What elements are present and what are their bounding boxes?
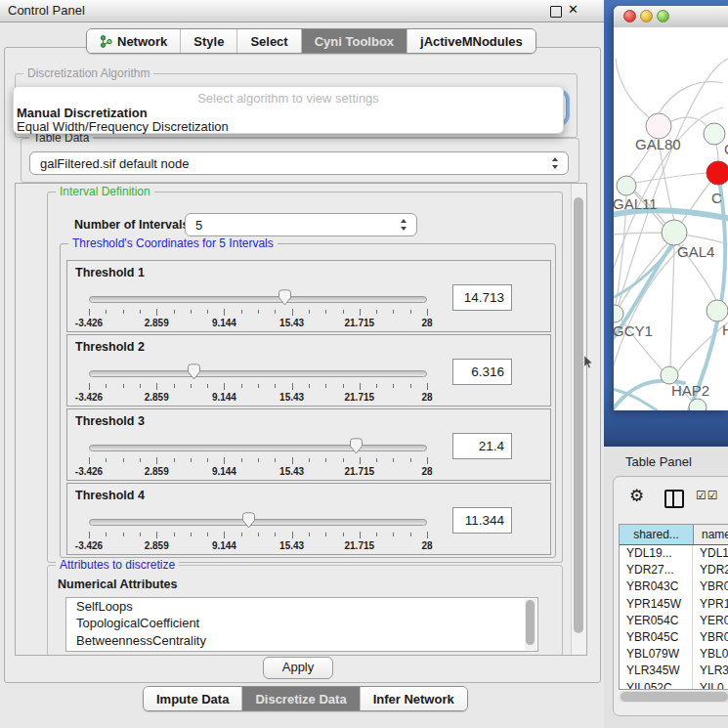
- threshold-2-slider[interactable]: -3.4262.8599.14415.4321.71528: [89, 361, 427, 404]
- table-row[interactable]: YLR345WYLR3: [620, 663, 728, 679]
- table-cell[interactable]: YDL1: [693, 545, 728, 562]
- threshold-2-value-field[interactable]: 6.316: [452, 359, 512, 385]
- table-cell[interactable]: YBR045C: [620, 629, 693, 646]
- table-row[interactable]: YDR27...YDR2: [620, 562, 728, 578]
- table-row[interactable]: YDL19...YDL1: [620, 545, 728, 562]
- attribute-list-item[interactable]: TopologicalCoefficient: [66, 615, 537, 631]
- network-node[interactable]: [707, 161, 728, 185]
- table-cell[interactable]: YBR0: [693, 578, 728, 595]
- apply-button[interactable]: Apply: [263, 657, 333, 679]
- table-cell[interactable]: YPR1: [693, 596, 728, 613]
- slider-track[interactable]: [89, 370, 427, 377]
- numerical-attributes-list[interactable]: SelfLoopsTopologicalCoefficientBetweenne…: [65, 597, 538, 652]
- cyni-toolbox-panel: Discretization Algorithm Table Data galF…: [4, 47, 601, 683]
- thresholds-group: Threshold's Coordinates for 5 Intervals …: [60, 243, 556, 558]
- tab-network[interactable]: Network: [87, 29, 181, 53]
- minimize-traffic-light[interactable]: [640, 10, 653, 22]
- slider-track[interactable]: [89, 445, 427, 451]
- table-cell[interactable]: YLR345W: [620, 663, 693, 679]
- threshold-label: Threshold 4: [75, 489, 145, 502]
- tab-infer-network-label: Infer Network: [373, 692, 454, 707]
- table-data-value: galFiltered.sif default node: [40, 156, 189, 171]
- network-node[interactable]: [662, 220, 687, 245]
- close-traffic-light[interactable]: [623, 10, 636, 22]
- table-row[interactable]: YPR145WYPR1: [620, 596, 728, 613]
- network-window-titlebar[interactable]: [614, 6, 728, 28]
- slider-tick-label: -3.426: [75, 466, 103, 477]
- scrollbar-thumb[interactable]: [574, 197, 583, 633]
- table-cell[interactable]: YBL0: [693, 646, 728, 663]
- table-cell[interactable]: YBR0: [693, 629, 728, 646]
- slider-tick-label: -3.426: [75, 318, 103, 328]
- tab-infer-network[interactable]: Infer Network: [361, 687, 467, 710]
- split-columns-icon[interactable]: [664, 490, 684, 508]
- close-icon[interactable]: ✕: [568, 2, 578, 17]
- table-cell[interactable]: YER054C: [620, 613, 693, 629]
- network-canvas[interactable]: GAL80G.CGAL11GAL4GCY1HHAP2: [614, 27, 728, 410]
- column-header-name[interactable]: name: [694, 525, 728, 544]
- table-row[interactable]: YBR043CYBR0: [620, 578, 728, 595]
- table-cell[interactable]: YBL079W: [620, 646, 693, 663]
- table-hscrollbar-thumb[interactable]: [621, 692, 728, 702]
- table-cell[interactable]: YIL0: [693, 680, 728, 691]
- thresholds-group-title: Threshold's Coordinates for 5 Intervals: [68, 236, 278, 250]
- table-cell[interactable]: YDR27...: [620, 562, 693, 578]
- threshold-4-value-field[interactable]: 11.344: [452, 507, 512, 534]
- network-node[interactable]: [707, 300, 728, 321]
- gear-icon[interactable]: ⚙: [629, 486, 644, 505]
- threshold-3-slider[interactable]: -3.4262.8599.14415.4321.71528: [89, 435, 427, 478]
- tab-style[interactable]: Style: [181, 29, 237, 53]
- number-of-intervals-combobox[interactable]: 5: [185, 213, 417, 236]
- slider-track[interactable]: [89, 296, 427, 303]
- slider-track[interactable]: [89, 519, 427, 526]
- stepper-arrows-icon: [401, 219, 407, 231]
- threshold-label: Threshold 1: [75, 266, 145, 279]
- number-of-intervals-value: 5: [195, 218, 202, 233]
- attribute-list-item[interactable]: BetweennessCentrality: [66, 632, 537, 649]
- table-data-combobox[interactable]: galFiltered.sif default node: [29, 151, 569, 175]
- table-hscrollbar[interactable]: [619, 691, 728, 703]
- table-cell[interactable]: YDL19...: [620, 545, 693, 562]
- network-node[interactable]: [617, 176, 636, 195]
- tab-jactivemnodules[interactable]: jActiveMNodules: [407, 29, 535, 53]
- threshold-1-slider[interactable]: -3.4262.8599.14415.4321.71528: [89, 286, 427, 329]
- tab-impute-data[interactable]: Impute Data: [144, 687, 242, 710]
- slider-thumb[interactable]: [241, 512, 256, 529]
- threshold-3-value-field[interactable]: 21.4: [452, 433, 512, 459]
- attribute-list-item[interactable]: SelfLoops: [66, 598, 537, 615]
- table-row[interactable]: YIL052CYIL0: [620, 680, 728, 691]
- table-cell[interactable]: YPR145W: [620, 596, 693, 613]
- checkbox-icons[interactable]: ☑☑: [696, 489, 719, 502]
- popup-option-equal-width-frequency[interactable]: Equal Width/Frequency Discretization: [17, 119, 229, 134]
- threshold-1-value-field[interactable]: 14.713: [452, 284, 512, 311]
- slider-tick-label: 15.43: [279, 540, 304, 551]
- slider-tick-label: 9.144: [212, 392, 236, 403]
- table-cell[interactable]: YIL052C: [620, 680, 693, 691]
- list-scrollbar[interactable]: [525, 599, 536, 650]
- column-header-shared-name[interactable]: shared...: [620, 525, 694, 544]
- table-row[interactable]: YBL079WYBL0: [620, 646, 728, 663]
- settings-scrollbar[interactable]: [571, 184, 586, 655]
- popup-option-manual-discretization[interactable]: Manual Discretization: [17, 106, 148, 120]
- tab-discretize-data[interactable]: Discretize Data: [242, 687, 360, 710]
- tab-select[interactable]: Select: [237, 29, 301, 53]
- zoom-traffic-light[interactable]: [657, 10, 669, 22]
- threshold-4-slider[interactable]: -3.4262.8599.14415.4321.71528: [89, 509, 427, 552]
- slider-thumb[interactable]: [278, 289, 292, 306]
- network-node-label: C: [711, 190, 722, 206]
- float-window-icon[interactable]: [550, 6, 562, 18]
- network-node-label: G.: [724, 141, 728, 157]
- table-cell[interactable]: YER0: [693, 613, 728, 629]
- table-row[interactable]: YBR045CYBR0: [620, 629, 728, 646]
- table-cell[interactable]: YLR3: [693, 663, 728, 679]
- slider-thumb[interactable]: [349, 438, 364, 454]
- slider-tick-label: 21.715: [345, 318, 375, 328]
- network-node[interactable]: [704, 123, 725, 145]
- table-row[interactable]: YER054CYER0: [620, 613, 728, 629]
- table-data-group: Table Data galFiltered.sif default node: [21, 138, 579, 183]
- slider-thumb[interactable]: [187, 364, 201, 380]
- tab-cyni-toolbox[interactable]: Cyni Toolbox: [302, 29, 407, 53]
- attributes-group-title: Attributes to discretize: [56, 558, 179, 572]
- table-cell[interactable]: YDR2: [693, 562, 728, 578]
- table-cell[interactable]: YBR043C: [620, 578, 693, 595]
